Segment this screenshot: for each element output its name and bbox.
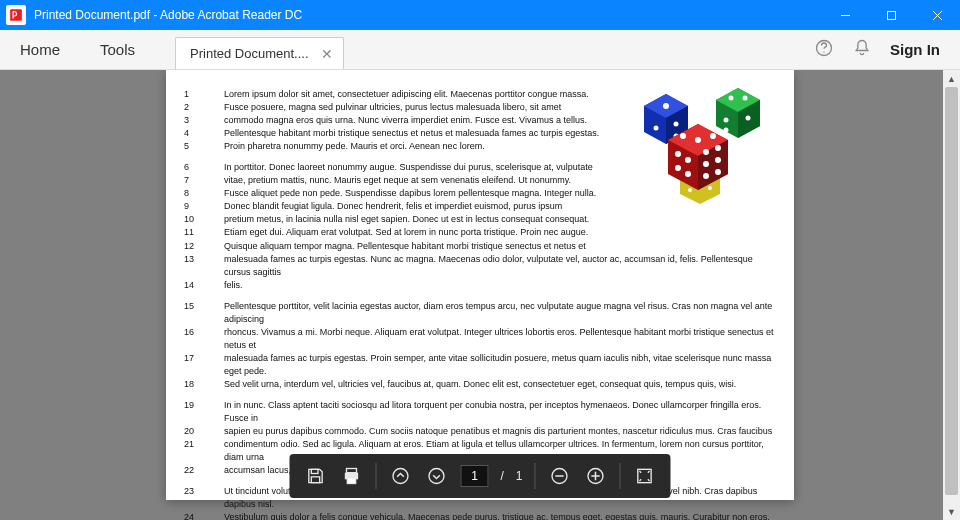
svg-point-38: [715, 169, 721, 175]
text-line: 15Pellentesque porttitor, velit lacinia …: [180, 300, 780, 326]
fit-page-icon[interactable]: [633, 464, 657, 488]
text-line: 12Quisque aliquam tempor magna. Pellente…: [180, 240, 780, 253]
line-number: 13: [180, 253, 224, 279]
line-number: 4: [180, 127, 224, 140]
document-tab-label: Printed Document....: [190, 46, 309, 61]
save-icon[interactable]: [303, 464, 327, 488]
svg-point-32: [710, 133, 716, 139]
line-number: 9: [180, 200, 224, 213]
svg-point-41: [675, 165, 681, 171]
svg-point-10: [663, 103, 669, 109]
text-line: 13malesuada fames ac turpis egestas. Nun…: [180, 253, 780, 279]
previous-page-icon[interactable]: [388, 464, 412, 488]
document-viewer: 1Lorem ipsum dolor sit amet, consectetue…: [0, 70, 960, 520]
maximize-button[interactable]: [868, 0, 914, 30]
line-number: 20: [180, 425, 224, 438]
line-number: 22: [180, 464, 224, 477]
vertical-scrollbar[interactable]: ▲ ▼: [943, 70, 960, 520]
line-number: 18: [180, 378, 224, 391]
line-number: 14: [180, 279, 224, 292]
print-icon[interactable]: [339, 464, 363, 488]
text-line: 19In in nunc. Class aptent taciti socios…: [180, 399, 780, 425]
help-icon[interactable]: [814, 38, 834, 62]
text-line: 17malesuada fames ac turpis egestas. Pro…: [180, 352, 780, 378]
text-line: 16rhoncus. Vivamus a mi. Morbi neque. Al…: [180, 326, 780, 352]
svg-point-30: [680, 133, 686, 139]
svg-rect-43: [311, 469, 318, 473]
svg-point-48: [393, 469, 408, 484]
line-text: Vestibulum quis dolor a felis congue veh…: [224, 511, 780, 520]
line-text: felis.: [224, 279, 780, 292]
text-line: 20sapien eu purus dapibus commodo. Cum s…: [180, 425, 780, 438]
document-tab[interactable]: Printed Document.... ✕: [175, 37, 344, 69]
titlebar: Printed Document.pdf - Adobe Acrobat Rea…: [0, 0, 960, 30]
svg-rect-2: [887, 11, 895, 19]
svg-point-25: [688, 188, 692, 192]
svg-point-20: [724, 128, 729, 133]
text-line: 18Sed velit urna, interdum vel, ultricie…: [180, 378, 780, 391]
svg-point-34: [715, 145, 721, 151]
svg-point-35: [703, 161, 709, 167]
svg-point-26: [708, 186, 712, 190]
home-button[interactable]: Home: [0, 30, 80, 69]
sign-in-button[interactable]: Sign In: [890, 41, 940, 58]
next-page-icon[interactable]: [424, 464, 448, 488]
separator: [375, 463, 376, 489]
line-number: 12: [180, 240, 224, 253]
line-text: Etiam eget dui. Aliquam erat volutpat. S…: [224, 226, 780, 239]
close-button[interactable]: [914, 0, 960, 30]
svg-point-37: [703, 173, 709, 179]
line-text: Pellentesque porttitor, velit lacinia eg…: [224, 300, 780, 326]
svg-rect-47: [347, 478, 355, 484]
close-tab-icon[interactable]: ✕: [321, 46, 333, 62]
minimize-button[interactable]: [822, 0, 868, 30]
svg-point-6: [823, 51, 824, 52]
line-number: 21: [180, 438, 224, 464]
line-text: sapien eu purus dapibus commodo. Cum soc…: [224, 425, 780, 438]
text-line: 24Vestibulum quis dolor a felis congue v…: [180, 511, 780, 520]
line-number: 1: [180, 88, 224, 101]
zoom-out-icon[interactable]: [548, 464, 572, 488]
toolbar: Home Tools Printed Document.... ✕ Sign I…: [0, 30, 960, 70]
zoom-in-icon[interactable]: [584, 464, 608, 488]
svg-point-42: [685, 171, 691, 177]
line-number: 15: [180, 300, 224, 326]
tab-strip: Printed Document.... ✕: [175, 30, 814, 69]
line-number: 6: [180, 161, 224, 174]
line-number: 24: [180, 511, 224, 520]
total-pages: 1: [516, 469, 523, 483]
scroll-thumb[interactable]: [945, 87, 958, 495]
line-number: 10: [180, 213, 224, 226]
svg-point-39: [675, 151, 681, 157]
line-number: 19: [180, 399, 224, 425]
line-text: Quisque aliquam tempor magna. Pellentesq…: [224, 240, 780, 253]
scroll-up-button[interactable]: ▲: [943, 70, 960, 87]
line-text: malesuada fames ac turpis egestas. Proin…: [224, 352, 780, 378]
line-number: 17: [180, 352, 224, 378]
line-number: 8: [180, 187, 224, 200]
scroll-down-button[interactable]: ▼: [943, 503, 960, 520]
bell-icon[interactable]: [852, 38, 872, 62]
tools-button[interactable]: Tools: [80, 30, 155, 69]
window-title: Printed Document.pdf - Adobe Acrobat Rea…: [32, 8, 822, 22]
text-line: 14felis.: [180, 279, 780, 292]
app-icon: [6, 5, 26, 25]
svg-point-21: [746, 116, 751, 121]
svg-point-11: [654, 126, 659, 131]
line-number: 7: [180, 174, 224, 187]
svg-point-40: [685, 157, 691, 163]
svg-point-49: [429, 469, 444, 484]
page-separator: /: [500, 469, 503, 483]
separator: [620, 463, 621, 489]
svg-point-19: [724, 118, 729, 123]
line-text: Sed velit urna, interdum vel, ultricies …: [224, 378, 780, 391]
line-number: 2: [180, 101, 224, 114]
line-number: 3: [180, 114, 224, 127]
page-controls-toolbar: / 1: [289, 454, 670, 498]
line-number: 11: [180, 226, 224, 239]
line-number: 23: [180, 485, 224, 511]
pdf-page: 1Lorem ipsum dolor sit amet, consectetue…: [166, 70, 794, 500]
page-number-input[interactable]: [460, 465, 488, 487]
svg-point-36: [715, 157, 721, 163]
svg-rect-45: [346, 469, 356, 473]
